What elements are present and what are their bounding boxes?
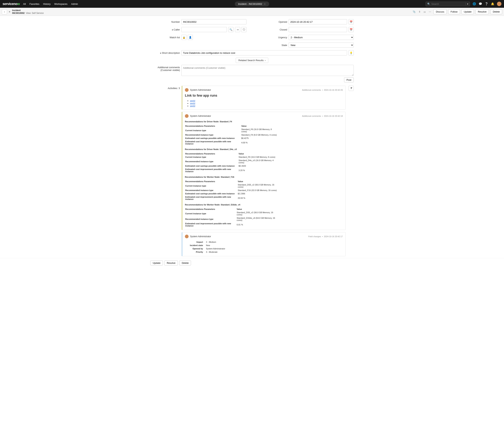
- user-avatar[interactable]: [497, 2, 502, 6]
- watchlist-label: Watch list: [150, 36, 180, 39]
- opened-field[interactable]: [288, 19, 347, 24]
- activity-user: System Administrator: [190, 89, 211, 91]
- bottom-update-button[interactable]: Update: [150, 260, 163, 265]
- activity-heading: Link to few app runs: [185, 94, 343, 98]
- recommendation-title: Recommendations for Driver Node: Standar…: [185, 148, 343, 150]
- watchlist-row: Watch list 🔒 👤: [150, 35, 247, 40]
- delete-button[interactable]: Delete: [490, 9, 502, 14]
- recommendation-table: Recommendations ParametersValueCurrent i…: [185, 207, 280, 228]
- opened-label: Opened: [257, 20, 287, 23]
- activity-card: System Administrator Field changes • 202…: [182, 232, 345, 256]
- search-dropdown[interactable]: ▾: [465, 2, 468, 5]
- activity-filter-icon[interactable]: ⧩: [348, 86, 354, 91]
- nav-favorites[interactable]: Favorites: [30, 2, 39, 5]
- activity-meta: Additional comments • 2024-10-16 20:42:1…: [302, 115, 343, 117]
- avatar: [185, 235, 189, 238]
- chevron-right-icon: ›: [265, 59, 266, 62]
- closed-row: Closed 📅: [257, 27, 354, 32]
- add-me-icon[interactable]: 👤: [188, 35, 193, 40]
- recommendation-title: Recommendations for Worker Node: Standar…: [185, 204, 343, 206]
- urgency-row: Urgency 2 - Medium: [257, 35, 354, 40]
- state-select[interactable]: New: [288, 42, 354, 48]
- activity-meta: Additional comments • 2024-10-16 20:42:2…: [302, 89, 343, 91]
- tab-label: Incident - INC0010002: [238, 2, 262, 5]
- topbar: servicenow All Favorites History Workspa…: [0, 0, 504, 8]
- topnav: All Favorites History Workspaces Admin: [23, 2, 78, 5]
- recommendation-title: Recommendations for Worker Node: Standar…: [185, 176, 343, 178]
- back-button[interactable]: ‹: [2, 9, 7, 14]
- short-description-row: Short description 💡: [150, 50, 354, 55]
- app-link[interactable]: appId: [190, 100, 195, 102]
- form-header: ‹ ≡ Incident INC0010002 View: Self Servi…: [0, 8, 504, 16]
- nav-admin[interactable]: Admin: [71, 2, 78, 5]
- attachment-icon[interactable]: 📎: [412, 10, 416, 14]
- activity-card: System Administrator Additional comments…: [182, 112, 345, 230]
- globe-icon[interactable]: 🌐: [473, 2, 476, 5]
- chat-icon[interactable]: 💬: [479, 2, 482, 5]
- caller-row: Caller 🔍 ⫘ ⓘ: [150, 27, 247, 32]
- unlock-icon[interactable]: 🔒: [181, 35, 187, 40]
- avatar: [185, 88, 189, 92]
- short-description-label: Short description: [150, 51, 180, 54]
- nav-all[interactable]: All: [23, 2, 26, 5]
- bottom-delete-button[interactable]: Delete: [179, 260, 191, 265]
- discuss-button[interactable]: Discuss: [433, 9, 447, 14]
- short-description-field[interactable]: [181, 50, 347, 55]
- closed-field[interactable]: [288, 27, 347, 32]
- update-button[interactable]: Update: [462, 9, 474, 14]
- bottom-actions: Update Resolve Delete: [0, 258, 504, 268]
- avatar: [185, 114, 189, 118]
- number-label: Number: [150, 20, 180, 23]
- lookup-icon[interactable]: 🔍: [228, 27, 234, 32]
- follow-button[interactable]: Follow: [448, 9, 460, 14]
- related-list-icon[interactable]: ⫘: [235, 27, 240, 32]
- bottom-resolve-button[interactable]: Resolve: [164, 260, 178, 265]
- global-search[interactable]: 🔍 ▾: [426, 2, 470, 6]
- closed-label: Closed: [257, 28, 287, 31]
- related-search-results-button[interactable]: Related Search Results ›: [236, 58, 269, 63]
- state-row: State New: [257, 42, 354, 48]
- additional-comments-label: Additional comments (Customer visible): [150, 65, 180, 76]
- post-button[interactable]: Post: [344, 77, 354, 82]
- app-link[interactable]: appId: [190, 105, 195, 107]
- number-field[interactable]: [181, 19, 247, 24]
- activity-user: System Administrator: [190, 115, 211, 117]
- notifications-icon[interactable]: 🔔: [491, 2, 494, 5]
- search-input[interactable]: [431, 2, 464, 5]
- active-tab[interactable]: Incident - INC0010002 ☆: [235, 1, 269, 6]
- form-title: Incident INC0010002 View: Self Service: [12, 9, 44, 14]
- opened-row: Opened 📅: [257, 19, 354, 24]
- activity-card: System Administrator Additional comments…: [182, 86, 345, 110]
- urgency-label: Urgency: [257, 36, 287, 39]
- recommendation-table: Recommendations ParametersValueCurrent i…: [185, 152, 280, 173]
- more-actions-icon[interactable]: ⋯: [428, 10, 432, 14]
- info-icon[interactable]: ⓘ: [241, 27, 247, 32]
- activity-toggle-icon[interactable]: ⇳: [418, 10, 421, 14]
- calendar-icon[interactable]: 📅: [348, 27, 354, 32]
- star-icon[interactable]: ☆: [264, 2, 266, 5]
- logo[interactable]: servicenow: [2, 2, 20, 6]
- caller-field[interactable]: [181, 27, 227, 32]
- resolve-button[interactable]: Resolve: [475, 9, 489, 14]
- activities-label: Activities: 3: [150, 86, 180, 256]
- help-icon[interactable]: ❔: [485, 2, 488, 5]
- state-label: State: [257, 44, 287, 47]
- activity-user: System Administrator: [190, 235, 211, 238]
- recommendation-table: Recommendations ParametersValueCurrent i…: [185, 124, 280, 146]
- search-icon: 🔍: [427, 2, 430, 5]
- recommendation-table: Recommendations ParametersValueCurrent i…: [185, 180, 280, 201]
- form-menu-icon[interactable]: ≡: [9, 10, 10, 13]
- nav-history[interactable]: History: [43, 2, 51, 5]
- field-changes-table: Impact2 - MediumIncident stateNewOpened …: [185, 240, 226, 254]
- caller-label: Caller: [150, 28, 180, 31]
- activity-meta: Field changes • 2024-10-16 20:42:17: [308, 235, 343, 238]
- recommendation-title: Recommendations for Driver Node: Standar…: [185, 120, 343, 123]
- calendar-icon[interactable]: 📅: [348, 19, 354, 24]
- app-link[interactable]: appId: [190, 102, 195, 104]
- personalize-icon[interactable]: ⚏: [423, 10, 427, 14]
- number-row: Number: [150, 19, 247, 24]
- urgency-select[interactable]: 2 - Medium: [288, 35, 354, 40]
- suggestion-icon[interactable]: 💡: [348, 50, 354, 55]
- additional-comments-field[interactable]: [181, 65, 354, 76]
- nav-workspaces[interactable]: Workspaces: [54, 2, 67, 5]
